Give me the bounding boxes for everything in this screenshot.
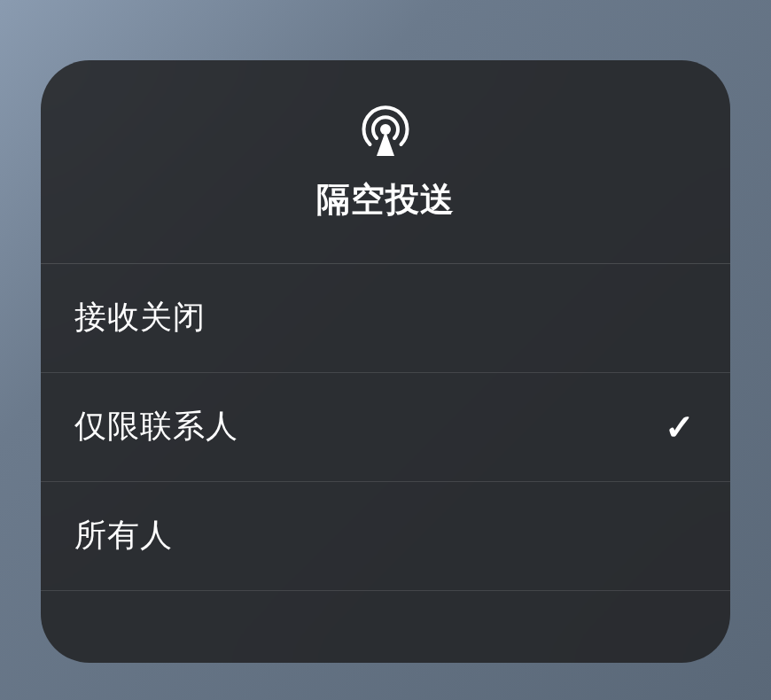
- option-everyone[interactable]: 所有人 ✓: [41, 482, 730, 591]
- panel-title: 隔空投送: [316, 177, 455, 222]
- options-list: 接收关闭 ✓ 仅限联系人 ✓ 所有人 ✓: [41, 264, 730, 663]
- option-label: 接收关闭: [74, 296, 206, 339]
- option-contacts-only[interactable]: 仅限联系人 ✓: [41, 373, 730, 482]
- option-receiving-off[interactable]: 接收关闭 ✓: [41, 264, 730, 373]
- checkmark-icon: ✓: [665, 407, 695, 447]
- airdrop-settings-panel: 隔空投送 接收关闭 ✓ 仅限联系人 ✓ 所有人 ✓: [41, 60, 730, 663]
- option-label: 仅限联系人: [74, 405, 238, 448]
- airdrop-icon: [357, 101, 414, 158]
- panel-header: 隔空投送: [41, 60, 730, 264]
- option-label: 所有人: [74, 514, 173, 557]
